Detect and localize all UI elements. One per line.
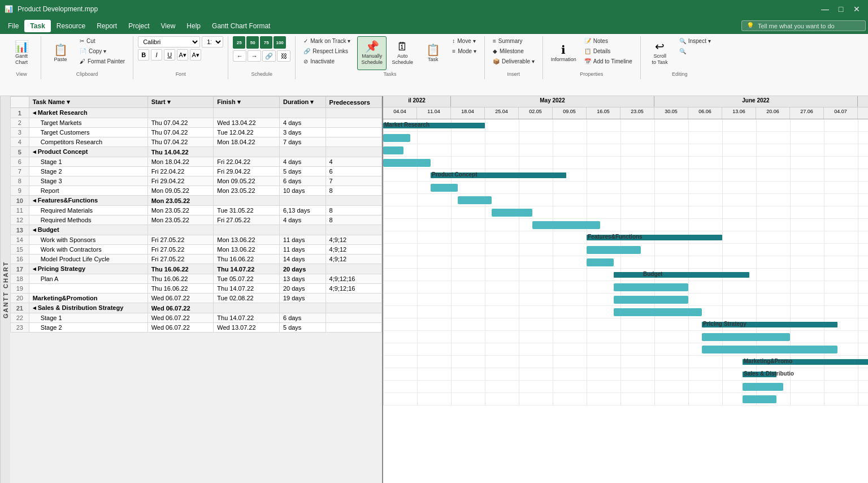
table-row[interactable]: 15Work with ContractorsFri 27.05.22Mon 1…	[11, 245, 382, 255]
task-finish[interactable]	[214, 147, 280, 157]
task-name[interactable]: Model Product Life Cycle	[29, 255, 147, 264]
table-row[interactable]: 22Stage 1Wed 06.07.22Thu 14.07.226 days	[11, 313, 382, 323]
gantt-bar[interactable]	[702, 346, 837, 353]
task-finish[interactable]	[214, 196, 280, 206]
deliverable-button[interactable]: 📦 Deliverable ▾	[489, 57, 538, 66]
gantt-bar[interactable]	[614, 272, 749, 278]
schedule-100-button[interactable]: 100	[274, 36, 286, 49]
task-finish[interactable]	[214, 225, 280, 235]
task-predecessors[interactable]: 8	[326, 215, 381, 225]
table-row[interactable]: 6Stage 1Mon 18.04.22Fri 22.04.224 days4	[11, 157, 382, 167]
table-row[interactable]: 21◂ Sales & Distribution StrategyWed 06.…	[11, 303, 382, 313]
table-row[interactable]: 20Marketing&PromotionWed 06.07.22Tue 02.…	[11, 294, 382, 303]
task-finish[interactable]	[214, 303, 280, 313]
task-finish[interactable]: Thu 14.07.22	[214, 264, 280, 274]
table-row[interactable]: 2Target MarketsThu 07.04.22Wed 13.04.224…	[11, 118, 382, 128]
task-name[interactable]: Competitors Research	[29, 137, 147, 147]
mode-button[interactable]: ≡ Mode ▾	[449, 46, 480, 56]
gantt-bar[interactable]	[614, 296, 688, 304]
outdent-button[interactable]: →	[248, 50, 261, 62]
indent-button[interactable]: ←	[233, 50, 246, 62]
task-start[interactable]: Thu 07.04.22	[147, 137, 214, 147]
table-row[interactable]: 3Target CustomersThu 07.04.22Tue 12.04.2…	[11, 128, 382, 137]
task-finish[interactable]: Mon 13.06.22	[214, 245, 280, 255]
gantt-bar[interactable]	[532, 221, 600, 229]
task-start[interactable]: Fri 29.04.22	[147, 176, 214, 186]
table-row[interactable]: 12Required MethodsMon 23.05.22Fri 27.05.…	[11, 215, 382, 225]
task-finish[interactable]: Mon 18.04.22	[214, 137, 280, 147]
menu-help[interactable]: Help	[181, 20, 206, 32]
task-duration[interactable]: 6 days	[279, 313, 326, 323]
task-finish[interactable]: Thu 14.07.22	[214, 284, 280, 294]
task-start[interactable]: Wed 06.07.22	[147, 323, 214, 333]
schedule-50-button[interactable]: 50	[246, 36, 259, 49]
notes-button[interactable]: 📝 Notes	[581, 36, 636, 46]
gantt-chart-button[interactable]: 📊 GanttChart	[7, 36, 36, 70]
task-predecessors[interactable]	[326, 294, 381, 303]
task-predecessors[interactable]: 4;9;12;16	[326, 284, 381, 294]
task-name[interactable]: Required Materials	[29, 206, 147, 215]
task-duration[interactable]: 4 days	[279, 157, 326, 167]
table-row[interactable]: 13◂ Budget	[11, 225, 382, 235]
th-predecessors[interactable]: Predecessors	[326, 97, 381, 108]
task-name[interactable]: Stage 1	[29, 157, 147, 167]
gantt-bar[interactable]	[743, 395, 776, 403]
gantt-chart-area[interactable]: il 2022May 2022June 2022July 2022 04.041…	[383, 96, 868, 483]
task-duration[interactable]	[279, 225, 326, 235]
gantt-bar[interactable]	[587, 258, 614, 266]
task-start[interactable]: Mon 23.05.22	[147, 196, 214, 206]
task-duration[interactable]: 11 days	[279, 235, 326, 245]
task-predecessors[interactable]: 8	[326, 186, 381, 196]
task-predecessors[interactable]	[326, 137, 381, 147]
schedule-25-button[interactable]: 25	[233, 36, 245, 49]
task-name[interactable]: Stage 3	[29, 176, 147, 186]
task-finish[interactable]: Tue 05.07.22	[214, 274, 280, 284]
task-duration[interactable]: 4 days	[279, 215, 326, 225]
gantt-bar[interactable]	[492, 209, 532, 217]
task-start[interactable]: Wed 06.07.22	[147, 294, 214, 303]
task-name[interactable]: ◂ Product Concept	[29, 147, 147, 157]
task-start[interactable]: Fri 27.05.22	[147, 245, 214, 255]
task-start[interactable]: Wed 06.07.22	[147, 303, 214, 313]
mark-on-track-button[interactable]: ✓ Mark on Track ▾	[300, 36, 354, 46]
information-button[interactable]: ℹ Information	[548, 36, 580, 70]
task-start[interactable]: Thu 16.06.22	[147, 274, 214, 284]
gantt-bar[interactable]	[383, 159, 431, 167]
gantt-bar[interactable]	[702, 333, 790, 341]
task-name[interactable]: Plan A	[29, 274, 147, 284]
task-start[interactable]: Mon 23.05.22	[147, 206, 214, 215]
table-row[interactable]: 18Plan AThu 16.06.22Tue 05.07.2213 days4…	[11, 274, 382, 284]
unlink-button[interactable]: ⛓	[277, 50, 290, 62]
task-duration[interactable]	[279, 108, 326, 118]
search-bar[interactable]: 💡 Tell me what you want to do	[741, 20, 866, 31]
cut-button[interactable]: ✂ Cut	[76, 36, 128, 46]
table-row[interactable]: 17◂ Pricing StrategyThu 16.06.22Thu 14.0…	[11, 264, 382, 274]
table-row[interactable]: 14Work with SponsorsFri 27.05.22Mon 13.0…	[11, 235, 382, 245]
task-duration[interactable]: 20 days	[279, 284, 326, 294]
table-row[interactable]: 7Stage 2Fri 22.04.22Fri 29.04.225 days6	[11, 167, 382, 176]
task-name[interactable]: Work with Contractors	[29, 245, 147, 255]
link-button[interactable]: 🔗	[262, 50, 276, 62]
task-duration[interactable]: 3 days	[279, 128, 326, 137]
task-name[interactable]: Target Customers	[29, 128, 147, 137]
menu-report[interactable]: Report	[91, 20, 123, 32]
paste-button[interactable]: 📋 Paste	[46, 36, 75, 70]
task-start[interactable]: Fri 27.05.22	[147, 255, 214, 264]
task-name[interactable]: Target Markets	[29, 118, 147, 128]
task-start[interactable]: Mon 18.04.22	[147, 157, 214, 167]
menu-project[interactable]: Project	[123, 20, 155, 32]
task-name[interactable]: Stage 2	[29, 323, 147, 333]
minimize-button[interactable]: —	[818, 2, 832, 16]
task-predecessors[interactable]: 4;9;12	[326, 235, 381, 245]
task-start[interactable]: Mon 09.05.22	[147, 186, 214, 196]
task-predecessors[interactable]	[326, 303, 381, 313]
task-start[interactable]: Thu 16.06.22	[147, 264, 214, 274]
task-start[interactable]	[147, 108, 214, 118]
task-start[interactable]: Thu 07.04.22	[147, 118, 214, 128]
table-row[interactable]: 1◂ Market Research	[11, 108, 382, 118]
task-duration[interactable]: 11 days	[279, 245, 326, 255]
th-start[interactable]: Start ▾	[147, 97, 214, 108]
add-to-timeline-button[interactable]: 📅 Add to Timeline	[581, 57, 636, 66]
task-name[interactable]: Report	[29, 186, 147, 196]
move-button[interactable]: ↕ Move ▾	[449, 36, 480, 46]
